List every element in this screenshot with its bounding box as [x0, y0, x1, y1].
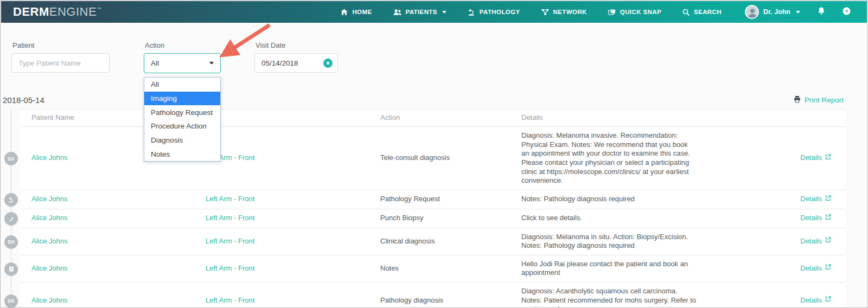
body-location-link[interactable]: Left Arm - Front — [206, 190, 380, 209]
nav-item-label: QUICK SNAP — [620, 9, 661, 15]
details-link[interactable]: Details — [701, 127, 845, 190]
patient-filter-label: Patient — [12, 41, 34, 49]
nav-item-patients[interactable]: PATIENTS — [382, 8, 457, 16]
user-menu[interactable]: Dr. John — [732, 5, 809, 19]
chevron-down-icon — [796, 11, 800, 14]
action-select[interactable]: All — [144, 53, 221, 73]
action-cell: Pathology diagnosis — [380, 283, 521, 308]
network-icon — [541, 8, 550, 16]
action-filter-label: Action — [145, 41, 164, 49]
patient-name-link[interactable]: Alice Johns — [20, 209, 206, 228]
patients-icon — [393, 8, 402, 16]
external-link-icon — [825, 195, 832, 204]
notifications-button[interactable] — [809, 7, 834, 17]
details-link-label: Details — [800, 195, 822, 204]
visit-date-value: 05/14/2018 — [261, 59, 298, 67]
timeline-rail — [1, 255, 20, 283]
patient-search-input[interactable] — [11, 53, 110, 73]
filter-bar: Patient Action All Visit Date 05/14/2018… — [1, 23, 867, 88]
nav-item-label: SEARCH — [694, 9, 722, 15]
procedure-scalpel-icon — [4, 212, 18, 226]
details-link[interactable]: Details — [701, 255, 845, 283]
body-location-link[interactable]: Left Arm - Front — [206, 283, 380, 308]
external-link-icon — [825, 153, 832, 163]
notes-icon — [4, 262, 18, 276]
dropdown-option-diagnosis[interactable]: Diagnosis — [144, 133, 220, 147]
user-avatar — [745, 5, 759, 19]
dropdown-option-notes[interactable]: Notes — [144, 147, 220, 161]
col-header-action: Action — [380, 109, 521, 127]
timeline-rail — [1, 209, 20, 228]
top-nav: DERMENGINE™ HOME PATIENTS PATHOLOGY NETW… — [1, 1, 867, 23]
action-select-value: All — [151, 59, 159, 67]
help-icon: ? — [842, 7, 851, 18]
home-icon — [340, 8, 348, 16]
timeline-rail: DX — [1, 228, 20, 255]
nav-item-label: HOME — [352, 9, 372, 15]
dx-badge-icon: DX — [4, 294, 18, 308]
table-row: DX Alice Johns Left Arm - Front Clinical… — [1, 228, 845, 255]
action-cell: Notes — [380, 255, 521, 283]
action-cell: Clinical diagnosis — [380, 228, 521, 255]
details-text: Diagnosis: Melanoma in situ. Action: Bio… — [521, 228, 701, 255]
dropdown-option-all[interactable]: All — [144, 78, 220, 92]
dermengine-app: DERMENGINE™ HOME PATIENTS PATHOLOGY NETW… — [0, 0, 868, 308]
body-location-link[interactable]: Left Arm - Front — [206, 228, 380, 255]
timeline-rail: DX — [1, 283, 20, 308]
details-link[interactable]: Details — [701, 228, 845, 255]
help-button[interactable]: ? — [834, 7, 859, 18]
dx-badge-icon: DX — [4, 152, 18, 165]
details-link[interactable]: Details — [701, 209, 845, 228]
nav-item-quick-snap[interactable]: QUICK SNAP — [597, 8, 672, 16]
pathology-request-icon — [4, 193, 18, 207]
details-link[interactable]: Details — [701, 190, 845, 209]
external-link-icon — [825, 264, 832, 273]
nav-item-network[interactable]: NETWORK — [531, 8, 597, 16]
col-header-location — [206, 109, 380, 127]
dropdown-option-procedure-action[interactable]: Procedure Action — [144, 119, 220, 133]
nav-menu: HOME PATIENTS PATHOLOGY NETWORK QUICK SN… — [330, 5, 859, 19]
svg-text:?: ? — [845, 8, 848, 14]
logo-trademark: ™ — [97, 7, 101, 11]
patient-name-link[interactable]: Alice Johns — [20, 190, 206, 209]
timeline-rail — [1, 109, 20, 127]
action-cell: Punch Biopsy — [380, 209, 521, 228]
nav-item-home[interactable]: HOME — [330, 8, 382, 16]
patient-name-link[interactable]: Alice Johns — [20, 255, 206, 283]
logo-text-light: ENGINE — [49, 5, 97, 19]
bell-icon — [817, 7, 826, 17]
visit-date-input[interactable]: 05/14/2018 ✕ — [254, 53, 338, 73]
patient-name-link[interactable]: Alice Johns — [20, 228, 206, 255]
col-header-details: Details — [521, 109, 701, 127]
visit-date-filter-label: Visit Date — [256, 41, 285, 49]
search-icon — [682, 8, 690, 16]
clear-date-button[interactable]: ✕ — [323, 59, 333, 68]
dermengine-logo[interactable]: DERMENGINE™ — [13, 5, 101, 19]
details-link-label: Details — [800, 296, 822, 305]
table-row: DX Alice Johns Left Arm - Front Tele-con… — [1, 127, 845, 190]
report-date-heading: 2018-05-14 — [3, 95, 44, 105]
body-location-link[interactable]: Left Arm - Front — [206, 209, 380, 228]
nav-item-label: PATHOLOGY — [480, 9, 520, 15]
nav-item-search[interactable]: SEARCH — [672, 8, 732, 16]
photos-icon — [608, 8, 616, 16]
dropdown-option-pathology-request[interactable]: Pathology Request — [144, 105, 220, 119]
details-text: Diagnosis: Acantholytic squamous cell ca… — [521, 283, 701, 308]
patient-name-link[interactable]: Alice Johns — [20, 283, 206, 308]
col-header-spacer — [701, 109, 845, 127]
timeline-rail: DX — [1, 127, 20, 190]
nav-item-pathology[interactable]: PATHOLOGY — [457, 8, 531, 16]
action-cell: Pathology Request — [380, 190, 521, 209]
body-location-link[interactable]: Left Arm - Front — [206, 255, 380, 283]
details-link[interactable]: Details — [701, 283, 845, 308]
details-link-label: Details — [800, 214, 822, 223]
user-name: Dr. John — [763, 8, 790, 16]
external-link-icon — [825, 236, 832, 246]
visit-report-table: Patient Name Action Details DX Alice Joh… — [1, 109, 845, 308]
body-location-link[interactable]: Left Arm - Front — [206, 127, 380, 190]
print-report-link[interactable]: Print Report — [793, 95, 844, 105]
action-dropdown-list: All Imaging Pathology Request Procedure … — [144, 77, 221, 162]
dropdown-option-imaging[interactable]: Imaging — [144, 92, 220, 106]
action-cell: Tele-consult diagnosis — [380, 127, 521, 190]
nav-item-label: PATIENTS — [406, 9, 437, 15]
